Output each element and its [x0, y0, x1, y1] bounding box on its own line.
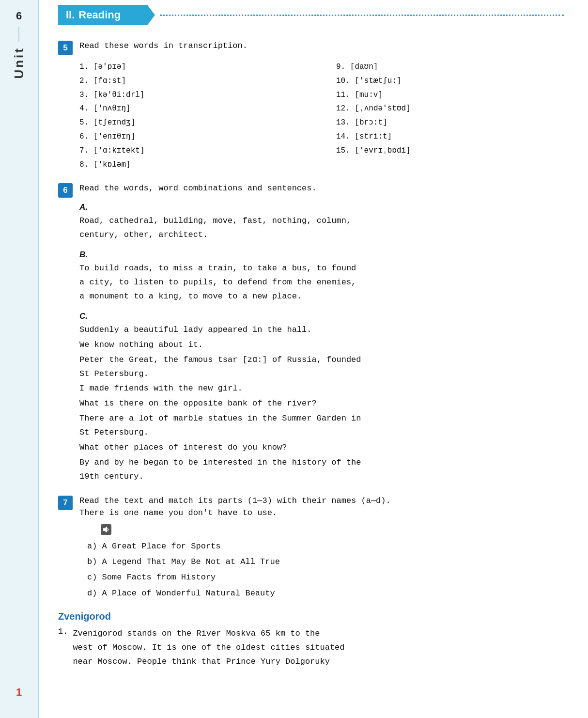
- exercise-7-badge: 7: [58, 496, 73, 510]
- section-c-line: I made friends with the new girl.: [79, 382, 564, 396]
- trans-item-14: 14. [stri:t]: [336, 130, 564, 144]
- svg-rect-0: [103, 528, 105, 531]
- section-c-line: Suddenly a beautiful lady appeared in th…: [79, 323, 564, 337]
- unit-number-top: 6: [16, 10, 22, 22]
- section-c: C. Suddenly a beautiful lady appeared in…: [79, 312, 564, 484]
- zvenigorod-para-1: 1. Zvenigorod stands on the River Moskva…: [58, 627, 564, 669]
- reading-badge: II. Reading: [58, 5, 155, 25]
- main-content: II. Reading 5 Read these words in transc…: [39, 0, 588, 718]
- trans-item-1: 1. [ə'pɪə]: [79, 60, 307, 74]
- match-option: c) Some Facts from History: [87, 570, 564, 585]
- trans-item-13: 13. [brɔ:t]: [336, 116, 564, 130]
- exercise-7-header: 7 Read the text and match its parts (1—3…: [58, 495, 564, 519]
- trans-item-8: 8. ['kɒləm]: [79, 158, 307, 172]
- trans-item-4: 4. ['nʌθɪŋ]: [79, 102, 307, 116]
- trans-item-15: 15. ['evrɪˌbɒdi]: [336, 144, 564, 158]
- exercise-6-header: 6 Read the words, word combinations and …: [58, 182, 564, 198]
- section-header: II. Reading: [58, 0, 564, 25]
- trans-item-2: 2. [fɑ:st]: [79, 74, 307, 88]
- section-c-lines: Suddenly a beautiful lady appeared in th…: [79, 323, 564, 484]
- match-list: a) A Great Place for Sportsb) A Legend T…: [87, 539, 564, 601]
- match-option: b) A Legend That May Be Not at All True: [87, 554, 564, 570]
- section-b-text: To build roads, to miss a train, to take…: [79, 262, 564, 304]
- match-option: d) A Place of Wonderful Natural Beauty: [87, 586, 564, 601]
- zvenigorod-section: Zvenigorod 1. Zvenigorod stands on the R…: [58, 611, 564, 669]
- trans-item-5: 5. [tʃeɪndʒ]: [79, 116, 307, 130]
- trans-item-12: 12. [ˌʌndə'stʊd]: [336, 102, 564, 116]
- match-option: a) A Great Place for Sports: [87, 539, 564, 554]
- section-c-line: We know nothing about it.: [79, 338, 564, 352]
- transcription-col-left: 1. [ə'pɪə] 2. [fɑ:st] 3. [kə'θi:drl] 4. …: [79, 60, 307, 172]
- trans-item-7: 7. ['ɑ:kɪtekt]: [79, 144, 307, 158]
- exercise-5-instruction: Read these words in transcription.: [79, 40, 564, 52]
- zvenigorod-title: Zvenigorod: [58, 611, 564, 622]
- section-c-line: What is there on the opposite bank of th…: [79, 397, 564, 411]
- trans-item-9: 9. [daʊn]: [336, 60, 564, 74]
- audio-row: [79, 522, 564, 535]
- transcription-col-right: 9. [daʊn] 10. ['stætʃu:] 11. [mu:v] 12. …: [336, 60, 564, 172]
- section-b: B. To build roads, to miss a train, to t…: [79, 250, 564, 304]
- section-c-line: There are a lot of marble statues in the…: [79, 412, 564, 440]
- exercise-5-badge: 5: [58, 41, 73, 55]
- section-c-line: What other places of interest do you kno…: [79, 441, 564, 455]
- section-c-line: Peter the Great, the famous tsar [zɑ:] o…: [79, 353, 564, 381]
- section-b-label: B.: [79, 250, 564, 260]
- para-1-text: Zvenigorod stands on the River Moskva 65…: [73, 627, 344, 669]
- section-a: A. Road, cathedral, building, move, fast…: [79, 203, 564, 242]
- exercise-6: 6 Read the words, word combinations and …: [58, 182, 564, 484]
- section-roman: II.: [66, 9, 75, 21]
- exercise-7-instruction: Read the text and match its parts (1—3) …: [79, 495, 564, 519]
- exercise-6-badge: 6: [58, 183, 73, 198]
- trans-item-3: 3. [kə'θi:drl]: [79, 88, 307, 102]
- exercise-7: 7 Read the text and match its parts (1—3…: [58, 495, 564, 601]
- para-1-number: 1.: [58, 627, 68, 669]
- dotted-line: [160, 15, 564, 16]
- exercise-5-header: 5 Read these words in transcription.: [58, 40, 564, 55]
- section-c-line: By and by he began to be interested in t…: [79, 456, 564, 484]
- section-a-label: A.: [79, 203, 564, 212]
- section-title: Reading: [78, 9, 121, 21]
- audio-icon[interactable]: [101, 524, 111, 535]
- trans-item-11: 11. [mu:v]: [336, 88, 564, 102]
- svg-marker-1: [105, 527, 107, 532]
- trans-item-10: 10. ['stætʃu:]: [336, 74, 564, 88]
- unit-label: Unit: [12, 47, 27, 79]
- sidebar: 6 Unit 1: [0, 0, 39, 718]
- trans-item-6: 6. ['enɪθɪŋ]: [79, 130, 307, 144]
- exercise-5: 5 Read these words in transcription. 1. …: [58, 40, 564, 172]
- exercise-6-instruction: Read the words, word combinations and se…: [79, 182, 564, 195]
- section-c-label: C.: [79, 312, 564, 321]
- unit-number-bottom: 1: [16, 686, 22, 699]
- transcription-grid: 1. [ə'pɪə] 2. [fɑ:st] 3. [kə'θi:drl] 4. …: [79, 60, 564, 172]
- section-a-text: Road, cathedral, building, move, fast, n…: [79, 214, 564, 242]
